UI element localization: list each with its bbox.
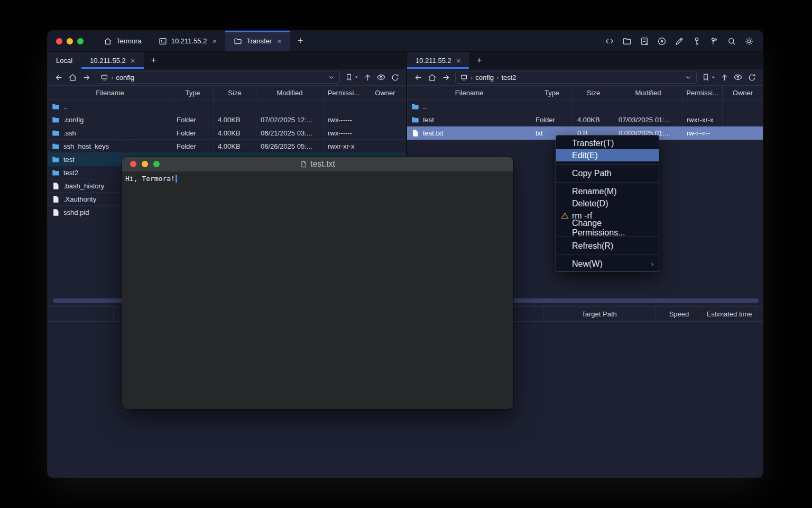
terminal-icon bbox=[159, 37, 167, 46]
tab-close-icon[interactable]: × bbox=[212, 37, 217, 45]
bookmark-button[interactable] bbox=[345, 73, 359, 81]
close-window-button[interactable] bbox=[130, 161, 136, 167]
editor-text: Hi, Termora! bbox=[125, 175, 175, 183]
column-header-owner[interactable]: Owner bbox=[364, 86, 407, 100]
table-header-row: Filename Type Size Modified Permissi... … bbox=[408, 86, 763, 100]
column-header-permissions[interactable]: Permissi... bbox=[324, 86, 364, 100]
tab-close-icon[interactable]: × bbox=[277, 37, 282, 45]
path-segment[interactable]: config bbox=[116, 74, 134, 81]
forward-button[interactable] bbox=[439, 71, 452, 84]
settings-icon[interactable] bbox=[744, 37, 754, 46]
show-hidden-button[interactable] bbox=[375, 71, 387, 84]
folder-icon[interactable] bbox=[622, 37, 632, 46]
maximize-window-button[interactable] bbox=[77, 38, 84, 44]
menu-item-transfer[interactable]: Transfer(T) bbox=[556, 137, 659, 149]
maximize-window-button[interactable] bbox=[153, 161, 160, 167]
back-button[interactable] bbox=[412, 71, 425, 84]
column-header-type[interactable]: Type bbox=[531, 86, 573, 100]
column-header-owner[interactable]: Owner bbox=[723, 86, 763, 100]
column-header-size[interactable]: Size bbox=[573, 86, 614, 100]
file-icon bbox=[411, 129, 419, 137]
edit-icon[interactable] bbox=[675, 37, 684, 46]
bookmark-button[interactable] bbox=[702, 73, 716, 81]
column-header-estimated-time[interactable]: Estimated time bbox=[703, 307, 756, 321]
upload-button[interactable] bbox=[718, 71, 731, 84]
forward-button[interactable] bbox=[80, 71, 93, 84]
table-row[interactable]: ssh_host_keys Folder4.00KB06/26/2025 05:… bbox=[48, 140, 407, 153]
table-row[interactable]: .. bbox=[48, 100, 407, 113]
refresh-button[interactable] bbox=[745, 71, 758, 84]
refresh-button[interactable] bbox=[389, 71, 401, 84]
file-icon bbox=[300, 161, 307, 168]
menu-item-change-permissions[interactable]: Change Permissions... bbox=[556, 222, 659, 234]
tab-remote-10-211-55-2[interactable]: 10.211.55.2 × bbox=[407, 52, 469, 69]
context-menu: Transfer(T) Edit(E) Copy Path Rename(M) … bbox=[556, 135, 659, 272]
minimize-window-button[interactable] bbox=[67, 38, 73, 44]
table-row[interactable]: .config Folder4.00KB07/02/2025 12:...rwx… bbox=[48, 113, 407, 126]
tab-local[interactable]: Local bbox=[48, 52, 81, 69]
menu-item-copy-path[interactable]: Copy Path bbox=[556, 167, 659, 179]
home-button[interactable] bbox=[66, 71, 79, 84]
tab-transfer[interactable]: Transfer × bbox=[225, 31, 290, 51]
column-header-type[interactable]: Type bbox=[172, 86, 214, 100]
new-panel-tab-button[interactable]: + bbox=[469, 52, 488, 69]
menu-item-delete[interactable]: Delete(D) bbox=[556, 197, 659, 210]
show-hidden-button[interactable] bbox=[732, 71, 744, 84]
column-header-size[interactable]: Size bbox=[214, 86, 256, 100]
caret-down-icon bbox=[710, 75, 716, 80]
editor-window-controls bbox=[130, 161, 160, 167]
tab-host-10-211-55-2[interactable]: 10.211.55.2 × bbox=[150, 31, 225, 51]
search-icon[interactable] bbox=[727, 37, 736, 46]
column-header-filename[interactable]: Filename bbox=[48, 86, 172, 100]
column-header-modified[interactable]: Modified bbox=[614, 86, 682, 100]
editor-content[interactable]: Hi, Termora! bbox=[122, 171, 513, 409]
column-header-permissions[interactable]: Permissi... bbox=[682, 86, 723, 100]
file-icon bbox=[52, 195, 60, 203]
tab-label: Transfer bbox=[246, 37, 272, 45]
path-bar[interactable]: › config › test2 bbox=[455, 71, 697, 84]
path-separator: › bbox=[111, 74, 113, 81]
left-panel-tabs: Local 10.211.55.2 × + bbox=[48, 52, 406, 69]
folder-icon bbox=[52, 129, 60, 137]
editor-titlebar[interactable]: test.txt bbox=[122, 157, 513, 171]
menu-item-rename[interactable]: Rename(M) bbox=[556, 185, 659, 197]
new-panel-tab-button[interactable]: + bbox=[144, 52, 163, 69]
upload-button[interactable] bbox=[361, 71, 374, 84]
back-button[interactable] bbox=[52, 71, 65, 84]
tab-label: Local bbox=[56, 57, 72, 65]
menu-item-edit[interactable]: Edit(E) bbox=[556, 149, 659, 161]
column-header-modified[interactable]: Modified bbox=[256, 86, 324, 100]
new-tab-button[interactable]: + bbox=[290, 31, 311, 51]
path-segment[interactable]: test2 bbox=[501, 74, 516, 81]
log-icon[interactable] bbox=[640, 37, 649, 46]
transfer-column-spacer bbox=[756, 307, 763, 321]
home-icon bbox=[104, 37, 112, 46]
folder-icon bbox=[52, 116, 60, 124]
chevron-down-icon[interactable] bbox=[685, 74, 692, 81]
home-button[interactable] bbox=[426, 71, 438, 84]
close-window-button[interactable] bbox=[56, 38, 62, 44]
menu-separator bbox=[556, 164, 659, 165]
path-bar[interactable]: › config bbox=[96, 71, 340, 84]
table-row[interactable]: .. bbox=[408, 100, 763, 113]
record-icon[interactable] bbox=[657, 37, 667, 46]
tab-close-icon[interactable]: × bbox=[131, 57, 135, 65]
path-separator: › bbox=[470, 74, 473, 81]
tab-remote-10-211-55-2[interactable]: 10.211.55.2 × bbox=[81, 52, 143, 69]
chevron-down-icon[interactable] bbox=[328, 74, 335, 81]
path-segment[interactable]: config bbox=[475, 74, 494, 81]
code-icon[interactable] bbox=[605, 37, 614, 46]
minimize-window-button[interactable] bbox=[142, 161, 148, 167]
keychain-icon[interactable] bbox=[709, 37, 719, 46]
menu-item-new[interactable]: New(W) › bbox=[556, 258, 659, 270]
column-header-target-path[interactable]: Target Path bbox=[543, 307, 656, 321]
tab-close-icon[interactable]: × bbox=[456, 57, 461, 65]
key-icon[interactable] bbox=[692, 37, 702, 46]
tab-termora[interactable]: Termora bbox=[95, 31, 150, 51]
table-row[interactable]: test Folder4.00KB07/03/2025 01:...rwxr-x… bbox=[408, 113, 763, 126]
column-header-filename[interactable]: Filename bbox=[408, 86, 531, 100]
table-row[interactable]: .ssh Folder4.00KB06/21/2025 03:...rwx---… bbox=[48, 126, 407, 140]
column-header-speed[interactable]: Speed bbox=[656, 307, 703, 321]
menu-item-refresh[interactable]: Refresh(R) bbox=[556, 240, 659, 252]
folder-icon bbox=[52, 169, 60, 177]
